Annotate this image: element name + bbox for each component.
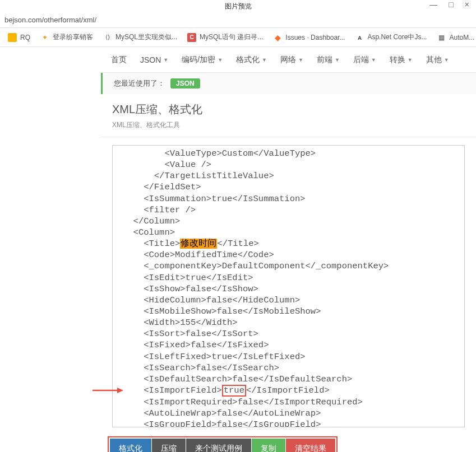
xml-line: <HideColumn>false</HideColumn> — [123, 295, 464, 306]
bookmark-label: RQ — [20, 34, 30, 41]
bookmark-item[interactable]: ✦登录纷享销客 — [40, 32, 93, 42]
xml-line: <IsLeftFixed>true</IsLeftFixed> — [123, 351, 464, 362]
caret-down-icon: ▼ — [218, 57, 223, 63]
nav-label: JSON — [140, 55, 161, 64]
xml-line: <filter /> — [123, 204, 464, 216]
xml-line: <ValueType>Custom</ValueType> — [123, 148, 464, 159]
url-text: bejson.com/otherformat/xml/ — [4, 16, 96, 24]
recent-used-bar: 您最近使用了： JSON — [101, 73, 476, 94]
xml-line: <IsSummation>true</IsSummation> — [123, 193, 464, 204]
bookmark-label: Issues · Dashboar... — [285, 34, 345, 41]
arrow-annotation-icon — [93, 386, 123, 394]
nav-label: 格式化 — [236, 55, 260, 65]
xml-editor[interactable]: <ValueType>Custom</ValueType> <Value /> … — [112, 145, 465, 427]
page-subtitle: XML压缩、格式化工具 — [112, 120, 465, 130]
xml-line: <Code>ModifiedTime</Code> — [123, 249, 464, 260]
xml-line: <IsMobileShow>false</IsMobileShow> — [123, 306, 464, 317]
copy-button[interactable]: 复制 — [252, 439, 285, 452]
xml-line: <IsImportField>true</IsImportField> — [123, 385, 464, 397]
bookmark-item[interactable]: CMySQL语句 递归寻... — [187, 32, 263, 42]
xml-line: <IsDefaultSearch>false</IsDefaultSearch> — [123, 374, 464, 385]
nav-item[interactable]: 格式化▼ — [236, 55, 267, 65]
xml-line: <IsFixed>false</IsFixed> — [123, 339, 464, 351]
dark-a-icon: ᴀ — [355, 33, 364, 42]
highlighted-text: 修改时间 — [180, 239, 217, 249]
xml-line: <IsSort>false</IsSort> — [123, 328, 464, 339]
maximize-button[interactable]: □ — [449, 0, 453, 9]
nav-label: 首页 — [111, 55, 127, 65]
bookmark-item[interactable]: RQ — [8, 33, 30, 42]
nav-label: 编码/加密 — [182, 55, 215, 65]
caret-down-icon: ▼ — [371, 57, 376, 63]
nav-item[interactable]: 编码/加密▼ — [182, 55, 223, 65]
gitlab-icon: ◆ — [273, 33, 282, 42]
bookmarks-bar: RQ✦登录纷享销客⟨⟩MySQL里实现类似...CMySQL语句 递归寻...◆… — [0, 28, 476, 47]
xml-line: <IsShow>false</IsShow> — [123, 283, 464, 295]
nav-item[interactable]: 其他▼ — [426, 55, 449, 65]
bookmark-item[interactable]: ▦AutoM... — [437, 33, 474, 42]
window-controls: — □ × — [423, 0, 476, 9]
nav-item[interactable]: 首页 — [111, 55, 127, 65]
nav-item[interactable]: JSON▼ — [140, 55, 168, 64]
xml-line: </FieldSet> — [123, 181, 464, 193]
xml-line: <IsEdit>true</IsEdit> — [123, 272, 464, 283]
bookmark-item[interactable]: ◆Issues · Dashboar... — [273, 33, 345, 42]
xml-line: <AutoLineWrap>false</AutoLineWrap> — [123, 408, 464, 419]
bookmark-label: 登录纷享销客 — [53, 32, 93, 42]
caret-down-icon: ▼ — [444, 57, 449, 63]
red-c-icon: C — [187, 33, 196, 42]
window-title-bar: 图片预览 — □ × — [0, 0, 476, 12]
dark-logo-icon: ▦ — [437, 33, 446, 42]
xml-line: <Value /> — [123, 159, 464, 170]
bookmark-item[interactable]: ᴀAsp.Net Core中Js... — [355, 32, 427, 42]
nav-label: 前端 — [317, 55, 332, 65]
action-buttons-group: 格式化 压缩 来个测试用例 复制 清空结果 — [108, 436, 338, 452]
nav-item[interactable]: 后端▼ — [353, 55, 376, 65]
close-button[interactable]: × — [465, 0, 469, 9]
caret-down-icon: ▼ — [335, 57, 340, 63]
bookmark-label: AutoM... — [449, 34, 474, 41]
page-header: XML压缩、格式化 XML压缩、格式化工具 — [101, 94, 476, 137]
xml-line: <Column> — [123, 227, 464, 238]
caret-down-icon: ▼ — [298, 57, 303, 63]
caret-down-icon: ▼ — [262, 57, 267, 63]
recent-label: 您最近使用了： — [114, 78, 165, 88]
xml-line: <Width>155</Width> — [123, 317, 464, 328]
xml-line: <IsImportRequired>false</IsImportRequire… — [123, 397, 464, 408]
minimize-button[interactable]: — — [429, 0, 437, 9]
sample-button[interactable]: 来个测试用例 — [186, 439, 251, 452]
json-badge[interactable]: JSON — [170, 78, 200, 88]
caret-down-icon: ▼ — [163, 57, 168, 63]
nav-label: 其他 — [426, 55, 442, 65]
xml-line: </TargetListTitleValue> — [123, 170, 464, 181]
nav-item[interactable]: 前端▼ — [317, 55, 340, 65]
nav-label: 转换 — [390, 55, 405, 65]
main-nav: 首页JSON▼编码/加密▼格式化▼网络▼前端▼后端▼转换▼其他▼ — [101, 47, 476, 73]
address-bar[interactable]: bejson.com/otherformat/xml/ — [0, 12, 476, 28]
bookmark-label: Asp.Net Core中Js... — [367, 32, 427, 42]
bookmark-item[interactable]: ⟨⟩MySQL里实现类似... — [103, 32, 177, 42]
format-button[interactable]: 格式化 — [110, 439, 151, 452]
nav-item[interactable]: 网络▼ — [280, 55, 303, 65]
red-box-highlight: true — [222, 385, 246, 397]
nav-item[interactable]: 转换▼ — [390, 55, 413, 65]
compress-button[interactable]: 压缩 — [152, 439, 186, 452]
xml-line: </Column> — [123, 216, 464, 227]
bookmark-label: MySQL里实现类似... — [115, 32, 177, 42]
orange-icon: ✦ — [40, 33, 49, 42]
window-title: 图片预览 — [225, 2, 252, 11]
clear-button[interactable]: 清空结果 — [286, 439, 335, 452]
nav-label: 网络 — [280, 55, 296, 65]
bookmark-label: MySQL语句 递归寻... — [200, 32, 263, 42]
svg-marker-1 — [117, 388, 123, 393]
page-title: XML压缩、格式化 — [112, 102, 465, 117]
xml-line: <IsSearch>false</IsSearch> — [123, 362, 464, 374]
caret-down-icon: ▼ — [408, 57, 413, 63]
xml-wrapper: <ValueType>Custom</ValueType> <Value /> … — [0, 145, 476, 427]
brackets-icon: ⟨⟩ — [103, 33, 112, 42]
yellow-icon — [8, 33, 17, 42]
xml-line: <Title>修改时间</Title> — [123, 238, 464, 249]
xml-line: <IsGroupField>false</IsGroupField> — [123, 419, 464, 427]
xml-line: <_componentKey>DefaultComponent</_compon… — [123, 260, 464, 272]
nav-label: 后端 — [353, 55, 369, 65]
